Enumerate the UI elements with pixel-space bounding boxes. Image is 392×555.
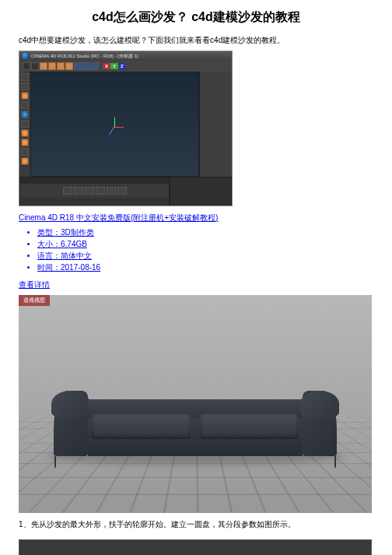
toolbar-button [48,62,56,70]
intro-paragraph: c4d中想要建模沙发，该怎么建模呢？下面我们就来看看c4d建模沙发的教程。 [0,32,392,51]
sofa-render-screenshot: 透视视图 [19,295,372,513]
sofa-arm-left [54,391,88,456]
main-toolbar: X Y Z [19,61,232,72]
toolbar-button [74,62,82,70]
toolbar-button [40,62,47,70]
toolbar-button [91,62,99,70]
window-titlebar: CINEMA 4D R18.011 Studio (RC - R18) - [未… [19,51,232,61]
axis-x-line [114,127,124,128]
tool-button [21,148,29,156]
axis-toggle-group: X Y Z [103,63,126,69]
axis-z-button: Z [118,63,126,69]
parameter-panel-screenshot [19,539,372,555]
sofa-leg [54,456,56,468]
toolbar-button [82,62,90,70]
toolbar-button [23,62,30,70]
sofa-cushion [92,414,191,440]
tool-button [21,139,29,146]
toolbar-button [31,62,39,70]
tool-button [21,129,29,137]
tool-button [21,83,29,90]
playback-button [63,187,72,195]
tool-button [21,73,29,81]
meta-type[interactable]: 类型：3D制作类 [37,227,373,238]
meta-size[interactable]: 大小：6.74GB [37,238,373,250]
tool-button [21,111,29,118]
bottom-panel [19,177,232,206]
meta-date[interactable]: 时间：2017-08-16 [37,262,373,273]
axis-y-line [114,118,115,127]
left-toolbar [19,72,30,177]
attributes-panel [199,72,232,177]
axis-y-button: Y [110,63,118,69]
sofa-arm-right [303,391,337,456]
window-title: CINEMA 4D R18.011 Studio (RC - R18) - [未… [31,53,138,60]
playback-controls [20,184,169,198]
meta-language[interactable]: 语言：简体中文 [37,250,373,262]
software-download-link[interactable]: Cinema 4D R18 中文安装免费版(附注册机+安装破解教程) [0,206,392,227]
sofa-body [88,414,303,457]
step-1-text: 1、先从沙发的最大外形，扶手的轮廓开始。建立一圆盘，其分段参数如图所示。 [0,516,392,538]
main-area [19,72,232,177]
material-panel [170,177,232,206]
toolbar-button [65,62,73,70]
playback-button [96,187,105,195]
timeline-panel [19,177,170,206]
playback-button [85,187,94,195]
timeline-ruler [20,177,169,184]
playback-button [117,187,127,195]
sofa-leg [334,456,336,468]
sofa-cushion [200,414,299,440]
software-meta-list: 类型：3D制作类 大小：6.74GB 语言：简体中文 时间：2017-08-16 [0,227,392,273]
toolbar-button [57,62,65,70]
tool-button [21,120,29,128]
tool-button [21,157,29,165]
c4d-interface-screenshot: CINEMA 4D R18.011 Studio (RC - R18) - [未… [19,51,233,206]
playback-button [74,187,83,195]
tool-button [21,101,29,109]
sofa-model [54,391,336,456]
tool-button [21,92,29,100]
viewport-perspective [30,72,199,177]
axis-x-button: X [103,63,110,69]
axis-z-line [109,126,114,135]
view-details-link[interactable]: 查看详情 [0,273,392,293]
playback-button [107,187,116,195]
world-axis-gizmo [107,119,122,135]
viewport-tab: 透视视图 [19,295,50,306]
app-icon [23,53,29,59]
page-title: c4d怎么画沙发？ c4d建模沙发的教程 [0,0,392,32]
